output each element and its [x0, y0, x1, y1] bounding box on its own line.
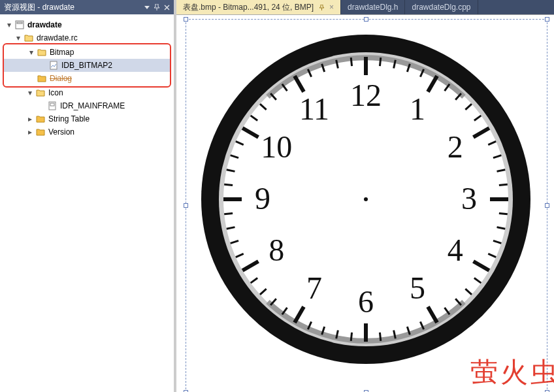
document-tabbar: 表盘.bmp - Bitmap...491, 24 位, BMP] × draw…: [176, 0, 554, 14]
tree-label: Icon: [48, 88, 63, 97]
project-icon: [14, 20, 25, 30]
svg-line-37: [380, 333, 380, 341]
tree-label: String Table: [48, 114, 90, 123]
svg-text:11: 11: [299, 91, 329, 126]
svg-line-52: [224, 213, 233, 214]
svg-text:3: 3: [461, 181, 477, 216]
tree-node-rc[interactable]: ▾ drawdate.rc: [3, 31, 171, 44]
tree-node-version[interactable]: ▸ Version: [3, 125, 171, 139]
svg-text:4: 4: [448, 233, 463, 267]
pin-icon[interactable]: [318, 3, 325, 11]
svg-text:9: 9: [255, 181, 270, 216]
tab-label: drawdateDlg.h: [348, 3, 398, 12]
tree-label: Version: [48, 127, 74, 137]
svg-text:7: 7: [306, 270, 322, 305]
resize-handle[interactable]: [545, 17, 549, 22]
close-icon[interactable]: [164, 5, 170, 10]
svg-line-9: [380, 57, 380, 66]
folder-open-icon: [37, 47, 47, 57]
folder-open-icon: [35, 88, 46, 98]
resource-file-icon: [47, 101, 57, 111]
tab-header-file[interactable]: drawdateDlg.h: [341, 0, 405, 14]
tree-node-bitmap[interactable]: ▾ Bitmap: [4, 46, 170, 59]
tree-item-idb-bitmap2[interactable]: ▾ IDB_BITMAP2: [4, 59, 170, 72]
expand-icon[interactable]: ▾: [14, 33, 22, 42]
svg-line-39: [351, 333, 351, 341]
resource-tree[interactable]: ▾ drawdate ▾ drawdate.rc ▾ Bitmap ▾: [0, 14, 174, 392]
bitmap-canvas[interactable]: 121234567891011 萤火虫: [176, 14, 554, 392]
tab-cpp-file[interactable]: drawdateDlg.cpp: [405, 0, 478, 14]
svg-line-24: [499, 213, 508, 214]
panel-header: 资源视图 - drawdate: [0, 0, 174, 14]
svg-text:12: 12: [350, 78, 382, 112]
svg-text:6: 6: [358, 284, 374, 319]
tree-label: IDR_MAINFRAME: [60, 101, 125, 110]
tab-bitmap-active[interactable]: 表盘.bmp - Bitmap...491, 24 位, BMP] ×: [176, 0, 341, 14]
svg-point-80: [364, 197, 368, 201]
svg-rect-1: [17, 22, 22, 24]
tree-label: drawdate: [27, 20, 62, 29]
tree-item-idr-mainframe[interactable]: ▾ IDR_MAINFRAME: [3, 99, 171, 112]
folder-open-icon: [24, 33, 34, 43]
dropdown-icon[interactable]: [144, 5, 150, 10]
tree-label: drawdate.rc: [37, 33, 78, 42]
collapse-icon[interactable]: ▸: [26, 114, 34, 123]
tree-node-dialog[interactable]: ▾ Dialog: [4, 72, 170, 85]
expand-icon[interactable]: ▾: [5, 20, 13, 29]
expand-icon[interactable]: ▾: [26, 88, 34, 97]
resize-handle[interactable]: [364, 17, 368, 22]
tree-node-icon[interactable]: ▾ Icon: [3, 86, 171, 99]
tree-root-drawdate[interactable]: ▾ drawdate: [3, 18, 171, 31]
svg-text:10: 10: [261, 129, 292, 164]
svg-text:8: 8: [269, 233, 284, 267]
resource-view-panel: 资源视图 - drawdate ▾ drawdate ▾ drawdate.rc: [0, 0, 176, 392]
tree-label: Dialog: [50, 74, 72, 83]
highlight-annotation: ▾ Bitmap ▾ IDB_BITMAP2 ▾ Dialog: [3, 43, 171, 88]
svg-line-67: [351, 57, 351, 66]
svg-line-54: [224, 184, 233, 185]
panel-title: 资源视图 - drawdate: [4, 2, 140, 13]
close-tab-icon[interactable]: ×: [329, 3, 334, 12]
tab-label: 表盘.bmp - Bitmap...491, 24 位, BMP]: [183, 2, 314, 13]
svg-rect-2: [50, 61, 57, 69]
pin-icon[interactable]: [154, 4, 160, 10]
svg-rect-4: [50, 103, 54, 106]
folder-icon: [35, 127, 46, 137]
folder-icon: [37, 73, 47, 84]
svg-text:5: 5: [410, 270, 425, 305]
expand-icon[interactable]: ▾: [27, 48, 35, 57]
tree-node-stringtable[interactable]: ▸ String Table: [3, 112, 171, 125]
resize-handle[interactable]: [184, 203, 188, 208]
tab-label: drawdateDlg.cpp: [412, 3, 470, 12]
tree-label: IDB_BITMAP2: [61, 61, 112, 70]
clock-image: 121234567891011: [196, 29, 536, 369]
folder-icon: [35, 114, 46, 124]
svg-line-22: [499, 184, 508, 185]
svg-text:2: 2: [448, 129, 463, 164]
resize-handle[interactable]: [184, 17, 188, 22]
editor-area: 表盘.bmp - Bitmap...491, 24 位, BMP] × draw…: [176, 0, 554, 392]
svg-text:1: 1: [410, 91, 425, 126]
resize-handle[interactable]: [545, 203, 549, 208]
collapse-icon[interactable]: ▸: [26, 127, 34, 137]
tree-label: Bitmap: [50, 48, 74, 57]
bitmap-file-icon: [48, 60, 59, 71]
